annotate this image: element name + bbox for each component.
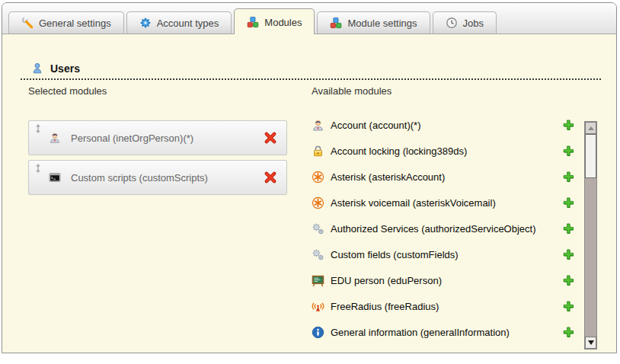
- selected-modules-heading: Selected modules: [28, 85, 287, 97]
- page: General settings Account: [0, 0, 620, 364]
- module-label: Account locking (locking389ds): [331, 145, 562, 157]
- module-label: Authorized Services (authorizedServiceOb…: [331, 223, 562, 235]
- available-module-row: FreeRadius (freeRadius): [312, 293, 580, 319]
- remove-module-button[interactable]: [264, 131, 277, 145]
- module-label: General information (generalInformation): [331, 327, 562, 338]
- triangle-up-icon: [588, 126, 594, 130]
- plus-icon: [562, 119, 575, 132]
- add-module-button[interactable]: [562, 248, 575, 261]
- module-label: Asterisk (asteriskAccount): [331, 171, 562, 183]
- available-module-row: Custom fields (customFields): [312, 241, 580, 267]
- chalkboard-icon: [312, 274, 324, 287]
- plus-icon: [562, 222, 575, 235]
- asterisk-icon: [312, 171, 324, 184]
- terminal-icon: [49, 171, 61, 184]
- delete-x-icon: [264, 171, 277, 184]
- add-module-button[interactable]: [562, 274, 575, 287]
- scrollbar[interactable]: [584, 121, 597, 350]
- add-module-button[interactable]: [562, 119, 575, 132]
- gears-icon: [312, 222, 324, 235]
- drag-handle-icon[interactable]: [34, 163, 42, 174]
- tab-general-settings[interactable]: General settings: [8, 11, 124, 34]
- scrollbar-down-button[interactable]: [585, 337, 596, 349]
- scrollbar-thumb[interactable]: [585, 134, 596, 178]
- plus-icon: [562, 274, 575, 287]
- plus-icon: [562, 300, 575, 313]
- selected-module-row[interactable]: Personal (inetOrgPerson)(*): [28, 120, 287, 155]
- scrollbar-up-button[interactable]: [585, 122, 596, 134]
- gears-icon: [312, 248, 324, 261]
- add-module-button[interactable]: [562, 326, 575, 339]
- selected-modules-panel: Selected modules: [28, 85, 287, 200]
- available-module-row: Account (account)(*): [312, 112, 580, 138]
- module-label: Custom scripts (customScripts): [71, 172, 264, 184]
- available-module-row: Account locking (locking389ds): [312, 138, 580, 164]
- add-module-button[interactable]: [562, 171, 575, 184]
- settings-window: General settings Account: [2, 2, 617, 353]
- tab-jobs[interactable]: Jobs: [433, 11, 497, 34]
- add-module-button[interactable]: [562, 196, 575, 209]
- tab-label: Account types: [157, 18, 219, 29]
- tab-label: General settings: [39, 18, 111, 29]
- person-icon: [49, 132, 61, 144]
- info-icon: [312, 326, 324, 339]
- delete-x-icon: [264, 131, 277, 145]
- tab-label: Modules: [264, 17, 302, 28]
- add-module-button[interactable]: [562, 222, 575, 235]
- module-label: Asterisk voicemail (asteriskVoicemail): [331, 197, 562, 209]
- tab-module-settings[interactable]: Module settings: [317, 11, 430, 34]
- available-modules-heading: Available modules: [312, 85, 580, 97]
- plus-icon: [562, 171, 575, 184]
- section-divider: [21, 78, 601, 80]
- person-icon: [312, 119, 324, 132]
- plus-icon: [562, 248, 575, 261]
- radio-icon: [312, 300, 324, 313]
- cubes-icon: [247, 16, 259, 28]
- gear-icon: [139, 17, 152, 29]
- plus-icon: [562, 145, 575, 158]
- triangle-down-icon: [588, 340, 594, 345]
- tab-bar: General settings Account: [2, 3, 616, 34]
- module-label: Custom fields (customFields): [331, 249, 562, 260]
- drag-handle-icon[interactable]: [34, 123, 42, 134]
- add-module-button[interactable]: [562, 145, 575, 158]
- tab-label: Jobs: [463, 18, 484, 29]
- tab-account-types[interactable]: Account types: [126, 11, 232, 34]
- selected-module-row[interactable]: Custom scripts (customScripts): [28, 160, 287, 195]
- available-module-row: Asterisk voicemail (asteriskVoicemail): [312, 190, 580, 216]
- available-module-row: Authorized Services (authorizedServiceOb…: [312, 216, 580, 241]
- add-module-button[interactable]: [562, 300, 575, 313]
- available-modules-panel: Available modules Account (account)(*): [312, 85, 580, 345]
- module-label: Account (account)(*): [331, 120, 562, 131]
- section-users-header: Users: [31, 62, 80, 75]
- module-label: FreeRadius (freeRadius): [331, 301, 562, 312]
- plus-icon: [562, 196, 575, 209]
- available-module-row: General information (generalInformation): [312, 319, 580, 345]
- plus-icon: [562, 326, 575, 339]
- lock-icon: [312, 145, 324, 158]
- section-title-label: Users: [50, 62, 80, 75]
- cubes-icon: [330, 17, 342, 29]
- module-label: EDU person (eduPerson): [331, 275, 562, 286]
- available-module-row: EDU person (eduPerson): [312, 267, 580, 293]
- wrench-icon: [21, 17, 34, 29]
- clock-icon: [446, 17, 458, 29]
- module-label: Personal (inetOrgPerson)(*): [71, 133, 264, 144]
- tab-modules[interactable]: Modules: [234, 8, 315, 34]
- asterisk-icon: [312, 196, 324, 209]
- user-icon: [31, 62, 43, 75]
- remove-module-button[interactable]: [264, 171, 277, 184]
- tab-label: Module settings: [347, 18, 417, 29]
- available-module-row: Asterisk (asteriskAccount): [312, 164, 580, 190]
